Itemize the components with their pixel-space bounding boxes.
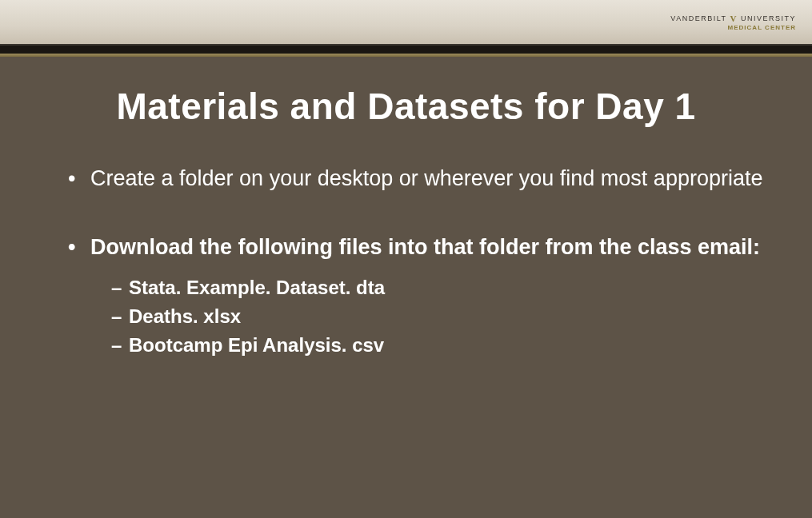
bullet-item: Download the following files into that f… bbox=[68, 233, 764, 359]
logo: VANDERBILT V UNIVERSITY MEDICAL CENTER bbox=[670, 14, 796, 31]
logo-text-university: UNIVERSITY bbox=[741, 14, 796, 22]
header-band: VANDERBILT V UNIVERSITY MEDICAL CENTER bbox=[0, 0, 812, 44]
bullet-list: Create a folder on your desktop or where… bbox=[48, 164, 764, 360]
bullet-item: Create a folder on your desktop or where… bbox=[68, 164, 764, 193]
sub-bullet-item: Deaths. xlsx bbox=[111, 302, 764, 331]
logo-top-line: VANDERBILT V UNIVERSITY bbox=[670, 14, 796, 23]
sub-bullet-item: Bootcamp Epi Analysis. csv bbox=[111, 331, 764, 360]
slide-content: Materials and Datasets for Day 1 Create … bbox=[0, 57, 812, 360]
logo-v-icon: V bbox=[730, 14, 738, 23]
sub-bullet-text: Deaths. xlsx bbox=[129, 305, 241, 327]
divider-band bbox=[0, 44, 812, 57]
logo-text-vanderbilt: VANDERBILT bbox=[670, 14, 726, 22]
sub-bullet-item: Stata. Example. Dataset. dta bbox=[111, 273, 764, 302]
sub-bullet-text: Stata. Example. Dataset. dta bbox=[129, 277, 385, 298]
slide-title: Materials and Datasets for Day 1 bbox=[48, 85, 764, 128]
sub-bullet-list: Stata. Example. Dataset. dta Deaths. xls… bbox=[90, 273, 764, 360]
logo-bottom-line: MEDICAL CENTER bbox=[670, 24, 796, 31]
sub-bullet-text: Bootcamp Epi Analysis. csv bbox=[129, 334, 384, 356]
bullet-text: Download the following files into that f… bbox=[90, 235, 760, 259]
bullet-text: Create a folder on your desktop or where… bbox=[90, 166, 762, 190]
